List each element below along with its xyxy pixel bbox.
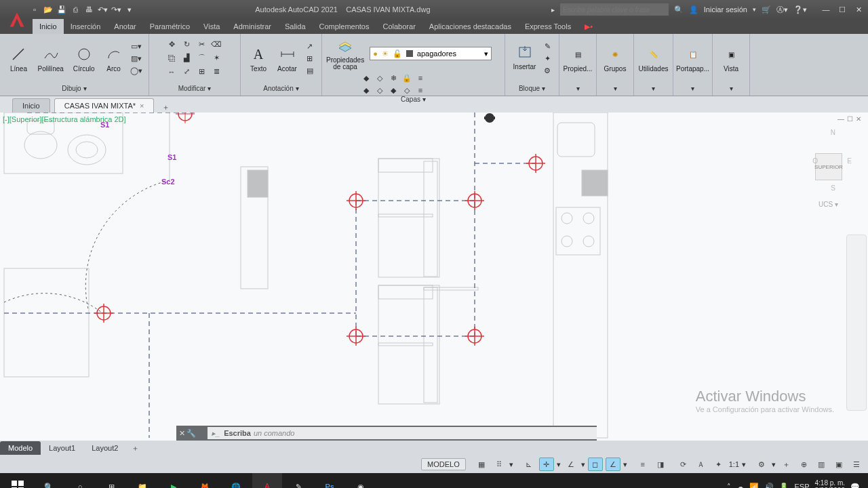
new-tab-button[interactable]: ＋ [158,102,173,113]
fillet-icon[interactable]: ⌒ [195,53,208,64]
autodesk-app-icon[interactable]: Ⓐ▾ [776,5,788,15]
search-input[interactable] [560,3,669,16]
search-button[interactable]: 🔍 [34,473,64,488]
command-input[interactable]: ▸_Escribaun comando [208,427,597,439]
taskview-button[interactable]: ⊞ [96,473,126,488]
blk-create-icon[interactable]: ✎ [541,41,553,52]
start-button[interactable] [3,473,33,488]
drawing-canvas[interactable]: [-][Superior][Estructura alámbrica 2D] —… [0,113,868,441]
lay-frz-icon[interactable]: ❄ [387,73,399,83]
onedrive-icon[interactable]: ☁ [736,483,744,489]
scale-label[interactable]: 1:1 [729,460,739,468]
tab-anotar[interactable]: Anotar [107,19,142,34]
layer-combo[interactable]: ● ☀ 🔓 apagadores ▾ [370,47,492,60]
cmd-close-icon[interactable]: ✕ [179,429,185,438]
lay-e-icon[interactable]: ≡ [414,85,427,96]
snap-icon[interactable]: ⠿ [492,458,507,471]
notifications-icon[interactable]: 💬 [850,483,860,489]
props-button[interactable]: ▤Propied... [561,43,595,74]
cart-icon[interactable]: 🛒 [762,5,771,14]
plot-icon[interactable]: 🖶 [84,5,94,14]
app-logo[interactable] [4,3,30,37]
explode-icon[interactable]: ✶ [210,53,222,64]
move-icon[interactable]: ✥ [165,39,178,50]
app2-icon[interactable]: ✎ [283,473,313,488]
clean-icon[interactable]: ▣ [831,458,846,471]
doc-tab-file[interactable]: CASAS IVAN MIXTA* × [54,98,155,113]
leader-icon[interactable]: ↗ [304,41,316,52]
app1-icon[interactable]: ▶ [159,473,189,488]
custom-icon[interactable]: ☰ [849,458,864,471]
tab-express[interactable]: Express Tools [518,19,578,34]
polar-icon[interactable]: ✛ [539,458,554,471]
insertar-button[interactable]: Insertar [511,41,539,77]
layout-tab-model[interactable]: Modelo [0,441,41,455]
command-line[interactable]: ✕ 🔧 ▸_Escribaun comando [176,426,597,441]
copy-icon[interactable]: ⿻ [165,53,178,64]
close-button[interactable]: ✕ [852,5,865,14]
clip-button[interactable]: 📋Portapap... [673,43,712,74]
chrome-icon[interactable]: 🌐 [221,473,251,488]
array-icon[interactable]: ⊞ [195,66,208,77]
cmd-config-icon[interactable]: 🔧 [186,429,196,438]
close-tab-icon[interactable]: × [140,102,144,110]
lay-off-icon[interactable]: ◇ [374,73,386,83]
arco-button[interactable]: Arco [102,43,126,74]
erase-icon[interactable]: ⌫ [210,39,222,50]
tab-colaborar[interactable]: Colaborar [376,19,422,34]
annoscale-icon[interactable]: Ａ [694,458,709,471]
trim-icon[interactable]: ✂ [195,39,208,50]
units-icon[interactable]: ⊕ [796,458,811,471]
maximize-button[interactable]: ☐ [835,5,849,14]
circulo-button[interactable]: Círculo [71,43,98,74]
tab-inicio[interactable]: Inicio [33,19,64,34]
ellipse-icon[interactable]: ◯▾ [130,66,142,77]
blk-attr-icon[interactable]: ⚙ [541,66,553,77]
obs-icon[interactable]: ◉ [346,473,376,488]
lang-indicator[interactable]: ESP [794,483,809,488]
hatch-icon[interactable]: ▨▾ [130,54,142,64]
layout-tab-2[interactable]: Layout2 [83,441,126,455]
redo-icon[interactable]: ↷▾ [111,5,121,14]
saveas-icon[interactable]: ⎙ [71,5,80,14]
photoshop-icon[interactable]: Ps [315,473,344,488]
tab-salida[interactable]: Salida [278,19,313,34]
lay-a-icon[interactable]: ◆ [360,85,372,96]
search-icon[interactable]: 🔍 [674,5,684,14]
transp-icon[interactable]: ◨ [653,458,668,471]
field-icon[interactable]: ▤ [304,66,316,77]
tab-parametrico[interactable]: Paramétrico [143,19,197,34]
layer-props-button[interactable]: Propiedades de capa [325,37,366,70]
clock[interactable]: 4:18 p. m.8/03/2022 [815,479,846,488]
viewport-controls[interactable]: [-][Superior][Estructura alámbrica 2D] [3,115,126,123]
ortho-icon[interactable]: ⊾ [521,458,536,471]
cycling-icon[interactable]: ⟳ [676,458,691,471]
explorer-icon[interactable]: 📁 [127,473,157,488]
otrack-icon[interactable]: ∠ [606,458,620,471]
lay-d-icon[interactable]: ◇ [401,85,413,96]
tab-vista[interactable]: Vista [197,19,226,34]
tray-expand-icon[interactable]: ˄ [727,483,731,489]
mirror-icon[interactable]: ▟ [180,53,193,64]
utils-button[interactable]: 📏Utilidades [636,43,671,74]
grupos-button[interactable]: ✺Grupos [601,43,629,74]
tab-insercion[interactable]: Inserción [64,19,108,34]
battery-icon[interactable]: 🔋 [779,483,789,489]
scale-icon[interactable]: ⤢ [180,66,193,77]
open-icon[interactable]: 📂 [43,5,53,14]
qp-icon[interactable]: ＋ [778,458,793,471]
stretch-icon[interactable]: ↔ [165,66,178,77]
osnap-icon[interactable]: ◻ [588,458,603,471]
annovis-icon[interactable]: ✦ [711,458,726,471]
rotate-icon[interactable]: ↻ [180,39,193,50]
table-icon[interactable]: ⊞ [304,54,316,64]
new-icon[interactable]: ▫ [30,5,39,14]
user-icon[interactable]: 👤 [689,5,698,14]
lweight-icon[interactable]: ≡ [635,458,650,471]
vista-button[interactable]: ▣Vista [719,43,743,74]
cortana-button[interactable]: ○ [65,473,95,488]
lay-b-icon[interactable]: ◇ [374,85,386,96]
minimize-button[interactable]: — [819,5,833,14]
layout-add-button[interactable]: ＋ [126,443,144,453]
firefox-icon[interactable]: 🦊 [190,473,220,488]
